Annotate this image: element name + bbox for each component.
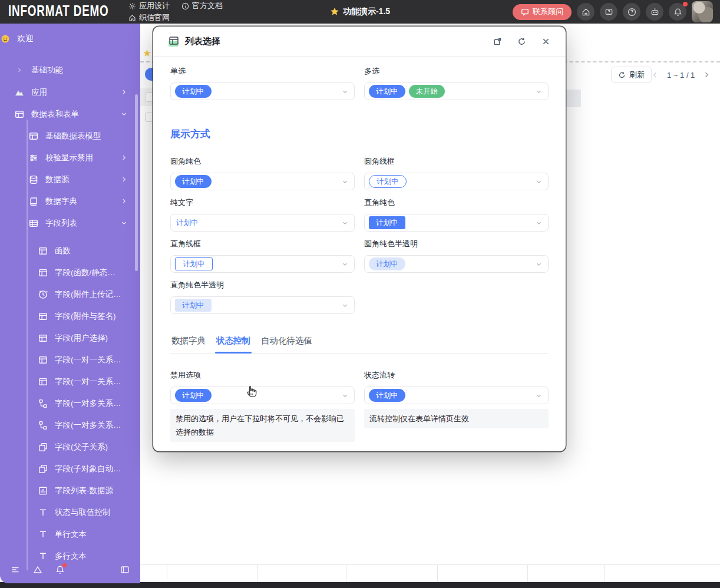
nav-official-site[interactable]: 织信官网 [128, 12, 170, 23]
chevron-down-icon [536, 261, 542, 267]
sidebar-item[interactable]: 函数 [0, 240, 140, 262]
sidebar-item[interactable]: 字段(父子关系) [0, 436, 140, 458]
avatar[interactable] [692, 1, 713, 22]
sidebar-item[interactable]: 字段(用户选择) [0, 327, 140, 349]
field-label: 圆角线框 [364, 156, 549, 167]
sidebar-item[interactable]: 字段(一对一关系… [0, 371, 140, 392]
sidebar-item[interactable]: 字段列表 [0, 212, 140, 234]
field-label: 圆角纯色 [170, 156, 355, 167]
sidebar-item[interactable]: 单行文本 [0, 523, 140, 545]
background-block [564, 90, 581, 107]
sidebar-item[interactable]: 字段(子对象自动… [0, 458, 140, 480]
refresh-button[interactable]: 刷新 [611, 67, 652, 83]
grid-icon [28, 218, 39, 229]
sidebar-item[interactable]: 状态与取值控制 [0, 501, 140, 523]
tree-icon [38, 398, 48, 409]
prev-page-icon[interactable] [652, 71, 659, 78]
round-outline-dropdown[interactable]: 计划中 [364, 173, 549, 190]
modal-title: 列表选择 [185, 36, 220, 47]
refresh-icon[interactable] [517, 37, 526, 46]
next-page-icon[interactable] [703, 71, 710, 78]
chevron-down-icon [342, 220, 348, 226]
sidebar-scrollbar[interactable] [135, 94, 138, 271]
status-tag: 计划中 [369, 257, 405, 270]
background-tag-fragment [145, 68, 153, 81]
status-tag: 计划中 [175, 175, 212, 188]
status-tag: 计划中 [369, 389, 405, 402]
close-icon[interactable] [541, 37, 550, 46]
sidebar-item-welcome[interactable]: 欢迎 [0, 27, 140, 51]
assistant-button[interactable] [646, 3, 663, 21]
field-label: 直角纯色半透明 [170, 280, 355, 290]
sidebar-item[interactable]: 字段列表-数据源 [0, 480, 140, 501]
single-select-dropdown[interactable]: 计划中 [170, 82, 355, 100]
sidebar-item[interactable]: 数据源 [0, 169, 140, 190]
chevron-down-icon [121, 111, 127, 117]
sidebar-item[interactable]: 字段(一对多关系… [0, 414, 140, 436]
sidebar-bottom-toolbar [0, 561, 140, 579]
sidebar-item[interactable]: 字段(函数/静态… [0, 262, 140, 283]
sidebar-item[interactable]: 应用 [0, 81, 140, 103]
square-outline-dropdown[interactable]: 计划中 [170, 255, 355, 273]
sidebar-item[interactable]: 字段(附件与签名) [0, 305, 140, 327]
bell-icon [673, 8, 682, 16]
field-label: 单选 [170, 66, 355, 77]
square-translucent-dropdown[interactable]: 计划中 [170, 296, 355, 314]
sidebar-item[interactable]: 数据字典 [0, 190, 140, 212]
round-translucent-dropdown[interactable]: 计划中 [364, 255, 549, 273]
book-icon [28, 196, 39, 207]
feedback-icon [605, 8, 613, 16]
bell-icon[interactable] [55, 565, 65, 574]
tab-自动化待选值[interactable]: 自动化待选值 [260, 335, 313, 353]
chart-icon [38, 485, 48, 496]
tab-数据字典[interactable]: 数据字典 [170, 335, 207, 353]
modal-header: 列表选择 [153, 27, 566, 57]
table-icon [38, 246, 48, 256]
chevron-right-icon [14, 65, 25, 75]
square-solid-dropdown[interactable]: 计划中 [364, 214, 549, 232]
status-tag: 计划中 [175, 257, 213, 270]
field-label: 圆角纯色半透明 [364, 239, 549, 249]
topbar-nav: 应用设计 官方文档 织信官网 [128, 0, 223, 24]
tab-状态控制[interactable]: 状态控制 [215, 335, 252, 353]
nav-app-design[interactable]: 应用设计 [128, 1, 170, 11]
sidebar-item[interactable]: 校验显示禁用 [0, 147, 140, 169]
multi-select-dropdown[interactable]: 计划中 未开始 [364, 82, 549, 100]
text-only-dropdown[interactable]: 计划中 [170, 214, 355, 232]
chat-icon [521, 8, 529, 16]
text-icon [38, 551, 48, 561]
status-tag: 计划中 [175, 216, 200, 229]
feedback-button[interactable] [600, 3, 617, 21]
contact-advisor-button[interactable]: 联系顾问 [513, 4, 572, 20]
nav-docs[interactable]: 官方文档 [181, 1, 223, 11]
sidebar-item[interactable]: 基础数据表模型 [0, 125, 140, 147]
chevron-down-icon [342, 302, 348, 309]
sidebar-item[interactable]: 字段(一对多关系… [0, 392, 140, 414]
robot-icon [650, 8, 659, 16]
chevron-down-icon [342, 392, 348, 399]
sidebar-item[interactable]: 字段(一对一关系… [0, 349, 140, 371]
sidebar-item[interactable]: 字段(附件上传记… [0, 283, 140, 305]
collapse-sidebar-icon[interactable] [120, 565, 130, 574]
status-flow-dropdown[interactable]: 计划中 [364, 387, 549, 404]
alert-triangle-icon[interactable] [33, 565, 42, 574]
copy-icon [38, 464, 48, 474]
sidebar-item[interactable]: 基础功能 [0, 60, 140, 80]
sidebar-item[interactable]: 数据表和表单 [0, 103, 140, 125]
status-tag: 计划中 [175, 389, 212, 402]
field-label: 禁用选项 [170, 370, 355, 381]
help-button[interactable] [623, 3, 640, 21]
star-icon: ★ [143, 47, 151, 60]
home-button[interactable] [577, 3, 595, 21]
pagination-label: 1 ~ 1 / 1 [667, 71, 695, 80]
open-in-new-icon[interactable] [493, 37, 502, 46]
notifications-button[interactable] [669, 3, 686, 21]
status-tag: 计划中 [369, 216, 405, 229]
helper-text: 禁用的选项，用户在下拉时将不可见，不会影响已选择的数据 [170, 409, 355, 442]
chevron-down-icon [536, 392, 542, 399]
list-icon[interactable] [11, 565, 20, 574]
disabled-options-dropdown[interactable]: 计划中 [170, 387, 355, 404]
table-icon [38, 376, 48, 387]
round-solid-dropdown[interactable]: 计划中 [170, 173, 355, 190]
table-icon [14, 109, 25, 120]
